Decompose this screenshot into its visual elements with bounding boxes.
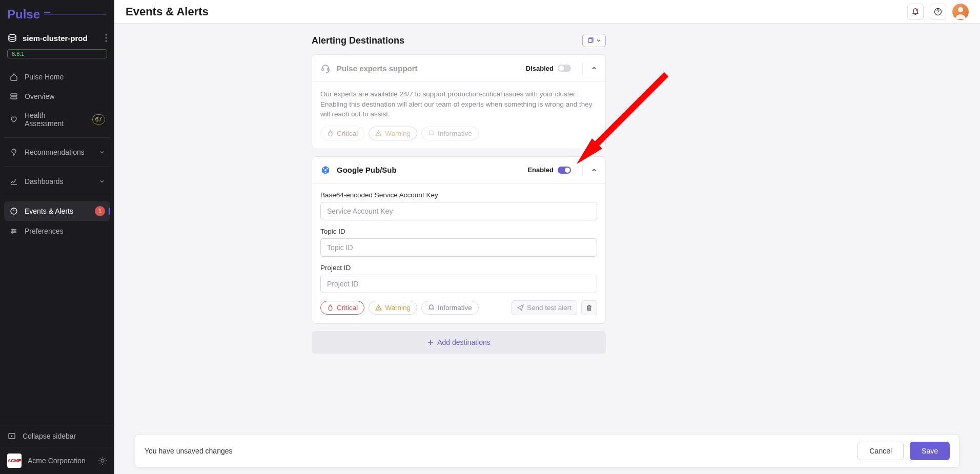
avatar[interactable] (952, 4, 969, 20)
sliders-icon (9, 226, 18, 236)
severity-warning-pill[interactable]: Warning (369, 301, 417, 315)
sidebar-item-label: Events & Alerts (25, 207, 89, 215)
svg-rect-4 (11, 94, 17, 96)
svg-point-2 (106, 37, 107, 39)
destination-card-support: Pulse experts support Disabled Our exper… (312, 54, 606, 149)
sidebar-item-label: Overview (25, 92, 105, 100)
page-title: Events & Alerts (126, 5, 901, 18)
sidebar: Pulse siem-cluster-prod 8.8.1 Pulse Home… (0, 0, 114, 474)
severity-critical-pill[interactable]: Critical (320, 301, 364, 315)
severity-informative-pill[interactable]: Informative (421, 301, 479, 315)
collapse-icon (7, 431, 16, 441)
severity-warning-pill[interactable]: Warning (369, 127, 417, 140)
sidebar-item-label: Preferences (25, 227, 105, 235)
card-title: Google Pub/Sub (337, 166, 521, 174)
alerts-badge: 1 (95, 206, 105, 216)
logo[interactable]: Pulse (0, 0, 114, 29)
svg-point-1 (106, 34, 107, 36)
version-badge: 8.8.1 (7, 49, 107, 58)
cluster-icon (7, 33, 17, 43)
health-badge: 67 (92, 114, 105, 125)
alert-icon (9, 207, 18, 216)
notifications-button[interactable] (907, 4, 924, 20)
svg-rect-5 (11, 97, 17, 99)
cancel-button[interactable]: Cancel (858, 442, 904, 460)
svg-point-13 (916, 8, 918, 11)
svg-rect-16 (588, 38, 592, 43)
nav: Pulse Home Overview Health Assessment 67… (0, 65, 114, 244)
cluster-menu-icon[interactable] (105, 34, 107, 42)
org-row: ACME Acme Corporation (0, 447, 114, 474)
expand-button[interactable] (582, 164, 597, 176)
svg-point-20 (324, 169, 326, 171)
topic-id-input[interactable] (320, 238, 597, 257)
sidebar-item-label: Recommendations (25, 148, 93, 156)
chart-icon (9, 177, 18, 186)
project-id-input[interactable] (320, 275, 597, 293)
svg-point-8 (12, 229, 13, 230)
svg-point-15 (958, 7, 963, 12)
sidebar-item-health[interactable]: Health Assessment 67 (4, 107, 110, 132)
collapse-sidebar-button[interactable]: Collapse sidebar (0, 425, 114, 447)
org-name: Acme Corporation (28, 457, 92, 465)
svg-point-10 (12, 232, 13, 233)
org-logo: ACME (7, 454, 22, 468)
sidebar-item-label: Health Assessment (25, 111, 86, 128)
svg-point-9 (14, 231, 15, 232)
chevron-down-icon (99, 149, 105, 155)
cluster-name: siem-cluster-prod (23, 34, 100, 43)
destination-card-pubsub: Google Pub/Sub Enabled Base64-encoded Se… (312, 156, 606, 324)
sidebar-item-recommendations[interactable]: Recommendations (4, 143, 110, 161)
home-icon (9, 72, 18, 81)
copy-dropdown-button[interactable] (582, 34, 606, 47)
svg-rect-17 (322, 68, 323, 71)
main-content: Alerting Destinations Pulse experts supp… (114, 24, 980, 474)
sidebar-item-label: Dashboards (25, 177, 93, 186)
svg-point-6 (12, 149, 16, 153)
expand-button[interactable] (582, 62, 597, 74)
delete-destination-button[interactable] (581, 300, 597, 315)
card-title: Pulse experts support (337, 64, 520, 73)
toggle-switch[interactable] (558, 65, 571, 72)
heart-icon (9, 115, 18, 124)
service-account-key-input[interactable] (320, 202, 597, 220)
save-button[interactable]: Save (910, 442, 950, 460)
sidebar-item-pulse-home[interactable]: Pulse Home (4, 68, 110, 86)
severity-informative-pill[interactable]: Informative (421, 127, 479, 140)
svg-point-22 (327, 168, 329, 169)
toggle-label: Disabled (526, 65, 554, 72)
headset-icon (320, 63, 331, 73)
svg-point-12 (101, 459, 104, 462)
svg-point-21 (323, 168, 324, 169)
sidebar-item-preferences[interactable]: Preferences (4, 222, 110, 240)
cluster-selector[interactable]: siem-cluster-prod (0, 29, 114, 47)
send-test-alert-button[interactable]: Send test alert (512, 300, 577, 315)
pubsub-icon (320, 165, 331, 175)
unsaved-changes-bar: You have unsaved changes Cancel Save (135, 434, 959, 468)
sidebar-item-dashboards[interactable]: Dashboards (4, 172, 110, 191)
field-label-topic: Topic ID (320, 228, 597, 235)
bulb-icon (9, 148, 18, 157)
gear-icon[interactable] (98, 456, 107, 465)
sidebar-item-label: Pulse Home (25, 73, 105, 81)
collapse-label: Collapse sidebar (23, 432, 76, 440)
logo-wave-icon (44, 14, 106, 15)
svg-rect-11 (9, 434, 15, 439)
card-desc-line1: Our experts are available 24/7 to suppor… (320, 89, 597, 99)
topbar: Events & Alerts (114, 0, 980, 24)
svg-point-0 (9, 34, 16, 37)
svg-point-3 (106, 40, 107, 42)
chevron-down-icon (99, 178, 105, 184)
section-title: Alerting Destinations (312, 35, 582, 46)
sidebar-item-overview[interactable]: Overview (4, 87, 110, 106)
add-destinations-button[interactable]: Add destinations (312, 331, 606, 354)
svg-point-23 (325, 172, 326, 173)
unsaved-text: You have unsaved changes (145, 447, 851, 455)
overview-icon (9, 92, 18, 101)
card-desc-line2: Enabling this destination will alert our… (320, 99, 597, 119)
help-button[interactable] (930, 4, 946, 20)
sidebar-item-events-alerts[interactable]: Events & Alerts 1 (4, 201, 110, 221)
severity-critical-pill[interactable]: Critical (320, 127, 364, 140)
toggle-switch[interactable] (558, 167, 571, 174)
toggle-label: Enabled (527, 166, 554, 174)
